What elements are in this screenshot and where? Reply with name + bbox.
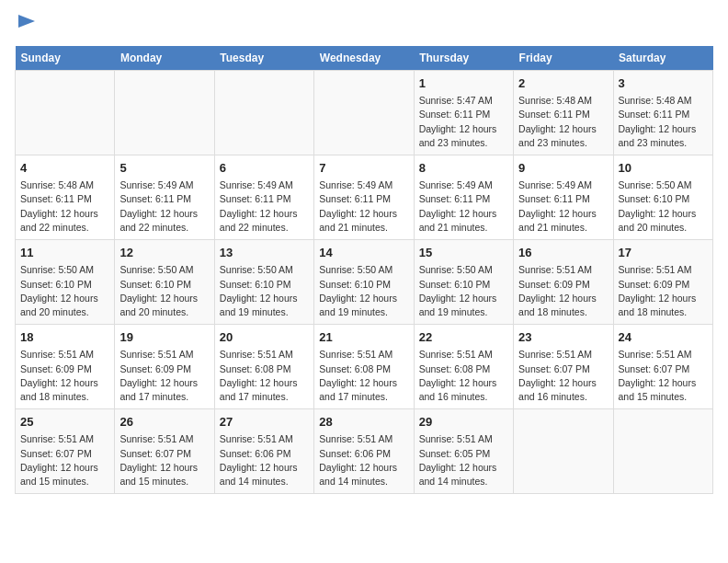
weekday-header-row: SundayMondayTuesdayWednesdayThursdayFrid… — [16, 46, 713, 71]
weekday-header-monday: Monday — [115, 46, 214, 71]
day-number: 8 — [419, 160, 508, 177]
calendar-cell: 11Sunrise: 5:50 AM Sunset: 6:10 PM Dayli… — [16, 240, 115, 325]
day-info: Sunrise: 5:48 AM Sunset: 6:11 PM Dayligh… — [518, 94, 608, 150]
logo-arrow-icon — [17, 11, 37, 31]
day-number: 24 — [619, 329, 708, 346]
day-number: 11 — [20, 245, 109, 261]
day-info: Sunrise: 5:50 AM Sunset: 6:10 PM Dayligh… — [319, 263, 408, 319]
day-info: Sunrise: 5:50 AM Sunset: 6:10 PM Dayligh… — [20, 263, 109, 319]
calendar-cell: 10Sunrise: 5:50 AM Sunset: 6:10 PM Dayli… — [613, 155, 712, 240]
calendar-cell: 25Sunrise: 5:51 AM Sunset: 6:07 PM Dayli… — [16, 409, 115, 494]
calendar-cell: 9Sunrise: 5:49 AM Sunset: 6:11 PM Daylig… — [514, 155, 613, 240]
calendar-cell: 2Sunrise: 5:48 AM Sunset: 6:11 PM Daylig… — [514, 71, 613, 155]
day-info: Sunrise: 5:51 AM Sunset: 6:09 PM Dayligh… — [518, 263, 608, 319]
calendar-cell — [314, 71, 414, 155]
calendar-cell: 12Sunrise: 5:50 AM Sunset: 6:10 PM Dayli… — [115, 240, 214, 325]
weekday-header-sunday: Sunday — [16, 46, 115, 71]
day-info: Sunrise: 5:51 AM Sunset: 6:08 PM Dayligh… — [220, 348, 309, 404]
day-number: 14 — [319, 245, 408, 261]
calendar-cell: 3Sunrise: 5:48 AM Sunset: 6:11 PM Daylig… — [613, 71, 712, 155]
calendar-cell: 19Sunrise: 5:51 AM Sunset: 6:09 PM Dayli… — [115, 325, 214, 409]
day-info: Sunrise: 5:51 AM Sunset: 6:08 PM Dayligh… — [419, 348, 508, 404]
calendar-cell — [613, 409, 712, 494]
calendar-cell: 14Sunrise: 5:50 AM Sunset: 6:10 PM Dayli… — [314, 240, 414, 325]
day-info: Sunrise: 5:50 AM Sunset: 6:10 PM Dayligh… — [119, 263, 209, 319]
day-number: 4 — [20, 160, 109, 177]
day-number: 18 — [20, 329, 109, 346]
day-number: 16 — [518, 245, 608, 261]
weekday-header-wednesday: Wednesday — [314, 46, 414, 71]
calendar-cell: 16Sunrise: 5:51 AM Sunset: 6:09 PM Dayli… — [514, 240, 613, 325]
day-number: 29 — [419, 414, 508, 431]
day-number: 9 — [518, 160, 608, 177]
calendar-cell: 27Sunrise: 5:51 AM Sunset: 6:06 PM Dayli… — [214, 409, 313, 494]
day-number: 3 — [619, 75, 708, 92]
day-info: Sunrise: 5:48 AM Sunset: 6:11 PM Dayligh… — [619, 94, 708, 150]
day-number: 22 — [419, 329, 508, 346]
weekday-header-thursday: Thursday — [414, 46, 513, 71]
day-number: 10 — [619, 160, 708, 177]
day-number: 28 — [319, 414, 408, 431]
calendar-cell: 18Sunrise: 5:51 AM Sunset: 6:09 PM Dayli… — [16, 325, 115, 409]
day-info: Sunrise: 5:50 AM Sunset: 6:10 PM Dayligh… — [619, 178, 708, 235]
page-header — [15, 15, 713, 35]
day-number: 15 — [419, 245, 508, 261]
day-info: Sunrise: 5:49 AM Sunset: 6:11 PM Dayligh… — [419, 178, 508, 235]
day-info: Sunrise: 5:51 AM Sunset: 6:06 PM Dayligh… — [319, 432, 408, 488]
day-info: Sunrise: 5:51 AM Sunset: 6:08 PM Dayligh… — [319, 348, 408, 404]
calendar-cell — [115, 71, 214, 155]
calendar-cell: 13Sunrise: 5:50 AM Sunset: 6:10 PM Dayli… — [214, 240, 313, 325]
calendar-cell: 26Sunrise: 5:51 AM Sunset: 6:07 PM Dayli… — [115, 409, 214, 494]
day-info: Sunrise: 5:51 AM Sunset: 6:05 PM Dayligh… — [419, 432, 508, 488]
day-number: 23 — [518, 329, 608, 346]
day-number: 20 — [220, 329, 309, 346]
calendar-cell: 23Sunrise: 5:51 AM Sunset: 6:07 PM Dayli… — [514, 325, 613, 409]
calendar-cell: 29Sunrise: 5:51 AM Sunset: 6:05 PM Dayli… — [414, 409, 513, 494]
calendar-week-1: 1Sunrise: 5:47 AM Sunset: 6:11 PM Daylig… — [16, 71, 713, 155]
day-number: 1 — [419, 75, 508, 92]
day-info: Sunrise: 5:49 AM Sunset: 6:11 PM Dayligh… — [319, 178, 408, 235]
day-number: 5 — [119, 160, 209, 177]
calendar-table: SundayMondayTuesdayWednesdayThursdayFrid… — [15, 46, 713, 494]
day-info: Sunrise: 5:51 AM Sunset: 6:07 PM Dayligh… — [20, 432, 109, 488]
calendar-cell: 17Sunrise: 5:51 AM Sunset: 6:09 PM Dayli… — [613, 240, 712, 325]
calendar-cell: 6Sunrise: 5:49 AM Sunset: 6:11 PM Daylig… — [214, 155, 313, 240]
calendar-cell: 4Sunrise: 5:48 AM Sunset: 6:11 PM Daylig… — [16, 155, 115, 240]
day-number: 19 — [119, 329, 209, 346]
calendar-cell: 21Sunrise: 5:51 AM Sunset: 6:08 PM Dayli… — [314, 325, 414, 409]
day-number: 25 — [20, 414, 109, 431]
day-number: 21 — [319, 329, 408, 346]
calendar-cell: 8Sunrise: 5:49 AM Sunset: 6:11 PM Daylig… — [414, 155, 513, 240]
calendar-week-5: 25Sunrise: 5:51 AM Sunset: 6:07 PM Dayli… — [16, 409, 713, 494]
day-info: Sunrise: 5:49 AM Sunset: 6:11 PM Dayligh… — [518, 178, 608, 235]
calendar-cell: 22Sunrise: 5:51 AM Sunset: 6:08 PM Dayli… — [414, 325, 513, 409]
calendar-cell: 1Sunrise: 5:47 AM Sunset: 6:11 PM Daylig… — [414, 71, 513, 155]
day-info: Sunrise: 5:47 AM Sunset: 6:11 PM Dayligh… — [419, 94, 508, 150]
day-info: Sunrise: 5:51 AM Sunset: 6:07 PM Dayligh… — [619, 348, 708, 404]
day-info: Sunrise: 5:51 AM Sunset: 6:09 PM Dayligh… — [619, 263, 708, 319]
calendar-cell — [16, 71, 115, 155]
day-info: Sunrise: 5:50 AM Sunset: 6:10 PM Dayligh… — [419, 263, 508, 319]
weekday-header-saturday: Saturday — [613, 46, 712, 71]
day-info: Sunrise: 5:49 AM Sunset: 6:11 PM Dayligh… — [220, 178, 309, 235]
calendar-week-4: 18Sunrise: 5:51 AM Sunset: 6:09 PM Dayli… — [16, 325, 713, 409]
day-info: Sunrise: 5:50 AM Sunset: 6:10 PM Dayligh… — [220, 263, 309, 319]
day-info: Sunrise: 5:51 AM Sunset: 6:07 PM Dayligh… — [518, 348, 608, 404]
day-number: 12 — [119, 245, 209, 261]
calendar-cell: 15Sunrise: 5:50 AM Sunset: 6:10 PM Dayli… — [414, 240, 513, 325]
calendar-cell: 28Sunrise: 5:51 AM Sunset: 6:06 PM Dayli… — [314, 409, 414, 494]
calendar-cell: 5Sunrise: 5:49 AM Sunset: 6:11 PM Daylig… — [115, 155, 214, 240]
day-number: 7 — [319, 160, 408, 177]
day-info: Sunrise: 5:51 AM Sunset: 6:07 PM Dayligh… — [119, 432, 209, 488]
calendar-week-2: 4Sunrise: 5:48 AM Sunset: 6:11 PM Daylig… — [16, 155, 713, 240]
day-info: Sunrise: 5:48 AM Sunset: 6:11 PM Dayligh… — [20, 178, 109, 235]
day-info: Sunrise: 5:51 AM Sunset: 6:09 PM Dayligh… — [119, 348, 209, 404]
logo — [15, 15, 37, 35]
day-info: Sunrise: 5:51 AM Sunset: 6:06 PM Dayligh… — [220, 432, 309, 488]
calendar-cell — [514, 409, 613, 494]
day-number: 2 — [518, 75, 608, 92]
day-number: 6 — [220, 160, 309, 177]
calendar-cell: 20Sunrise: 5:51 AM Sunset: 6:08 PM Dayli… — [214, 325, 313, 409]
day-number: 17 — [619, 245, 708, 261]
calendar-cell: 24Sunrise: 5:51 AM Sunset: 6:07 PM Dayli… — [613, 325, 712, 409]
